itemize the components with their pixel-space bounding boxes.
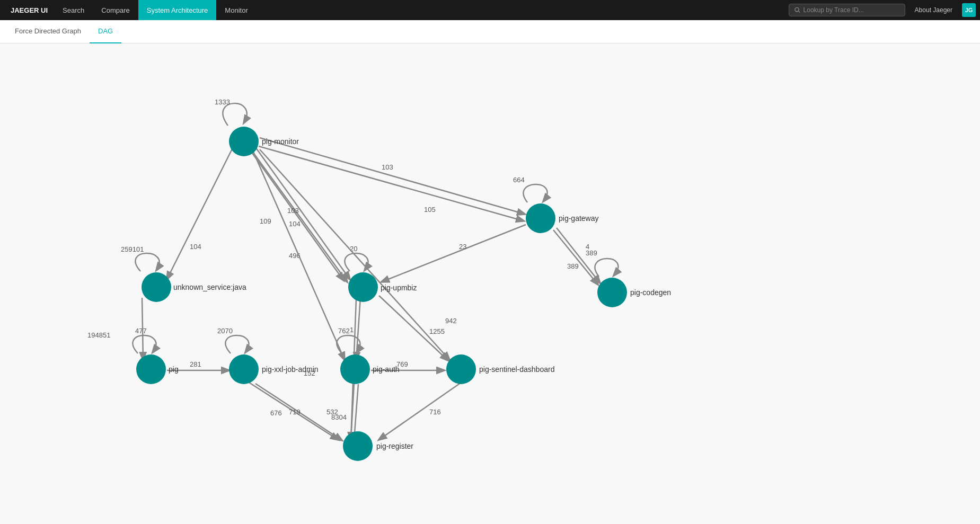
edge-label-389-gc: 389 xyxy=(567,262,579,270)
node-label-pig-register: pig-register xyxy=(376,442,413,450)
edge-gateway-upmbiz-23 xyxy=(382,225,526,282)
edge-label-676: 676 xyxy=(270,409,282,417)
edge-monitor-unknown xyxy=(167,147,233,279)
edge-label-281: 281 xyxy=(190,360,201,368)
edge-monitor-upmbiz-496 xyxy=(250,148,347,282)
node-label-pig-auth: pig-auth xyxy=(373,365,400,374)
edge-label-664: 664 xyxy=(513,176,525,184)
brand-logo: JAEGER UI xyxy=(4,6,54,14)
node-pig-sentinel[interactable] xyxy=(446,354,476,384)
edge-label-4: 4 xyxy=(586,243,589,251)
edge-self-unknown xyxy=(135,253,159,271)
node-pig-upmbiz[interactable] xyxy=(348,272,378,302)
nav-items: Search Compare System Architecture Monit… xyxy=(54,0,789,20)
edge-label-716: 716 xyxy=(429,408,441,416)
node-pig[interactable] xyxy=(136,354,166,384)
node-label-pig-xxl: pig-xxl-job-admin xyxy=(262,365,319,374)
node-label-pig-gateway: pig-gateway xyxy=(559,214,599,223)
edge-label-1255: 1255 xyxy=(429,327,445,335)
edge-label-942: 942 xyxy=(445,317,457,325)
navbar: JAEGER UI Search Compare System Architec… xyxy=(0,0,980,20)
edge-self-pig-gateway xyxy=(523,184,547,202)
node-label-pig-codegen: pig-codegen xyxy=(630,288,671,297)
edge-gateway-codegen-389 xyxy=(553,230,598,285)
svg-point-0 xyxy=(795,7,799,11)
edge-self-pig-monitor xyxy=(223,103,246,126)
node-pig-register[interactable] xyxy=(343,431,373,461)
nav-search[interactable]: Search xyxy=(54,0,93,20)
edge-sentinel-register-716 xyxy=(379,383,461,440)
tabs-bar: Force Directed Graph DAG xyxy=(0,20,980,43)
node-pig-gateway[interactable] xyxy=(526,203,555,233)
edge-label-762: 762 xyxy=(338,327,350,335)
node-label-pig: pig xyxy=(169,365,179,374)
nav-compare[interactable]: Compare xyxy=(93,0,138,20)
node-pig-auth[interactable] xyxy=(340,354,370,384)
edge-unknown-pig-194851 xyxy=(142,298,143,360)
avatar: JG xyxy=(962,3,976,17)
node-label-pig-upmbiz: pig-upmbiz xyxy=(381,283,417,292)
node-unknown-service[interactable] xyxy=(142,272,171,302)
trace-id-input[interactable] xyxy=(804,6,899,14)
node-pig-monitor[interactable] xyxy=(229,127,259,156)
edge-monitor-upmbiz-104a xyxy=(254,146,350,279)
edge-label-2070: 2070 xyxy=(217,327,233,335)
nav-system-architecture[interactable]: System Architecture xyxy=(138,0,217,20)
edge-label-1: 1 xyxy=(350,326,354,334)
navbar-right: About Jaeger JG xyxy=(789,3,976,17)
nav-monitor[interactable]: Monitor xyxy=(216,0,256,20)
edge-label-1333: 1333 xyxy=(215,98,230,106)
dag-graph[interactable]: 1333 664 389 259101 477 20 762 2070 103 … xyxy=(0,43,980,524)
edge-label-105: 105 xyxy=(424,206,436,214)
edge-label-103-ma: 103 xyxy=(287,207,299,215)
about-jaeger-button[interactable]: About Jaeger xyxy=(910,6,958,14)
edge-label-477: 477 xyxy=(135,327,147,335)
edge-label-104-mu: 104 xyxy=(190,243,201,251)
edge-monitor-auth-103 xyxy=(252,149,345,360)
edge-label-259101: 259101 xyxy=(121,245,144,253)
edge-label-194851: 194851 xyxy=(87,331,110,339)
node-label-pig-sentinel: pig-sentinel-dashboard xyxy=(479,365,554,374)
node-pig-codegen[interactable] xyxy=(597,278,627,307)
svg-line-1 xyxy=(798,11,799,12)
node-label-unknown-service: unknown_service:java xyxy=(173,283,246,291)
edge-self-pig-codegen xyxy=(595,259,618,277)
node-label-pig-monitor: pig-monitor xyxy=(262,137,299,146)
node-pig-xxl-job-admin[interactable] xyxy=(229,354,259,384)
edge-label-109: 109 xyxy=(260,217,271,225)
edge-self-pig xyxy=(133,335,156,353)
edge-label-719: 719 xyxy=(289,408,301,416)
edge-monitor-gateway-103 xyxy=(260,138,525,214)
graph-area: 1333 664 389 259101 477 20 762 2070 103 … xyxy=(0,43,980,524)
edge-label-104a: 104 xyxy=(289,220,301,228)
tab-force-directed-graph[interactable]: Force Directed Graph xyxy=(6,20,90,43)
edge-label-23: 23 xyxy=(459,243,466,251)
trace-search-box[interactable] xyxy=(789,4,905,16)
search-icon xyxy=(794,7,800,13)
edge-label-8304: 8304 xyxy=(331,413,347,421)
edge-label-103-mg: 103 xyxy=(382,163,393,171)
edge-self-pig-xxl xyxy=(225,335,249,353)
tab-dag[interactable]: DAG xyxy=(90,20,121,43)
